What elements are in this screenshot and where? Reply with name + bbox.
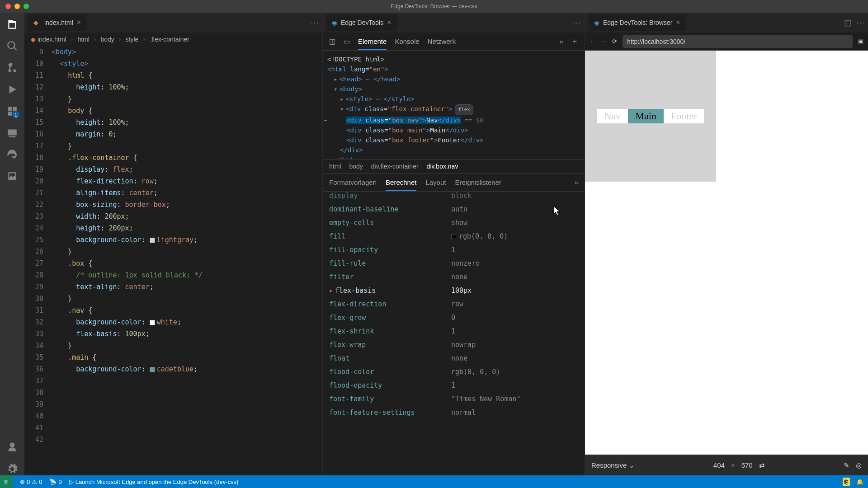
breadcrumb-item[interactable]: body: [101, 36, 114, 43]
images-icon[interactable]: [6, 170, 19, 183]
tab-label: Edge DevTools: Browser: [603, 19, 672, 26]
dom-crumb[interactable]: body: [349, 163, 363, 170]
edge-devtools-icon[interactable]: [6, 148, 19, 161]
close-window-button[interactable]: [5, 4, 11, 9]
computed-row[interactable]: font-feature-settingsnormal: [329, 406, 578, 419]
rendered-row: Nav Main Footer: [597, 109, 704, 123]
more-tabs-icon[interactable]: »: [560, 38, 563, 45]
emulate-icon[interactable]: ◎: [856, 461, 862, 469]
dom-crumb[interactable]: html: [329, 163, 341, 170]
status-launch-message[interactable]: ▷Launch Microsoft Edge and open the Edge…: [69, 479, 239, 485]
tab-elements[interactable]: Elemente: [358, 38, 387, 50]
remote-explorer-icon[interactable]: [6, 127, 19, 139]
computed-row[interactable]: filternone: [329, 270, 578, 284]
computed-row[interactable]: flex-grow0: [329, 311, 578, 324]
minimize-window-button[interactable]: [14, 4, 20, 9]
url-bar[interactable]: http://localhost:3000/: [623, 35, 853, 48]
edge-icon: ◉: [332, 19, 337, 26]
browser-viewport[interactable]: Nav Main Footer: [585, 51, 868, 455]
close-tab-icon[interactable]: ×: [676, 19, 680, 27]
reload-icon[interactable]: ⟳: [612, 38, 617, 45]
screenshot-icon[interactable]: ✎: [844, 461, 849, 469]
back-icon[interactable]: ←: [590, 38, 595, 45]
computed-row[interactable]: empty-cellsshow: [329, 216, 578, 230]
tab-edge-devtools[interactable]: ◉ Edge DevTools ×: [326, 14, 397, 31]
workbench: 1 ◆ index.html × ⋯ ◆ index.html›html›bod…: [0, 13, 868, 475]
breadcrumb-item[interactable]: html: [77, 36, 89, 43]
dom-crumb[interactable]: div.box.nav: [427, 163, 458, 170]
sub-tab[interactable]: Layout: [425, 178, 446, 186]
viewport-width[interactable]: 404: [713, 461, 725, 469]
styles-sub-tabs: FormatvorlagenBerechnetLayoutEreignislis…: [323, 174, 585, 192]
editor-overflow-icon[interactable]: ⋯: [311, 18, 319, 28]
warning-count: 0: [39, 479, 42, 485]
code-editor[interactable]: 9101112131415161718192021222324252627282…: [24, 46, 322, 475]
settings-gear-icon[interactable]: [6, 463, 19, 475]
device-preset[interactable]: Responsive ⌄: [591, 461, 635, 469]
breadcrumb-item[interactable]: ◆ index.html: [31, 36, 66, 43]
source-control-icon[interactable]: [6, 61, 19, 74]
status-ports[interactable]: 📡0: [49, 479, 61, 485]
status-prettier-icon[interactable]: ⎘: [843, 478, 850, 486]
status-notifications-icon[interactable]: 🔔: [856, 479, 863, 485]
forward-icon[interactable]: →: [601, 38, 607, 45]
more-icon[interactable]: »: [575, 178, 578, 186]
close-tab-icon[interactable]: ×: [77, 19, 81, 27]
computed-row[interactable]: flex-shrink1: [329, 324, 578, 338]
add-tab-icon[interactable]: ＋: [571, 37, 578, 46]
explorer-icon[interactable]: [6, 18, 19, 31]
rotate-icon[interactable]: ⇄: [759, 461, 765, 469]
computed-row[interactable]: flex-wrapnowrap: [329, 338, 578, 352]
viewport-height[interactable]: 570: [741, 461, 753, 469]
remote-icon: ⎘: [5, 479, 8, 485]
window-title: Edge DevTools: Browser — dev-css: [391, 3, 477, 9]
computed-row[interactable]: displayblock: [329, 193, 578, 202]
devtools-inspect-icon[interactable]: ▣: [858, 38, 863, 45]
dom-crumb[interactable]: div.flex-container: [371, 163, 419, 170]
remote-indicator[interactable]: ⎘: [0, 475, 13, 488]
computed-row[interactable]: font-family"Times New Roman": [329, 392, 578, 406]
close-tab-icon[interactable]: ×: [387, 19, 391, 27]
editor-overflow-icon[interactable]: ⋯: [856, 18, 864, 28]
play-icon: ▷: [69, 479, 74, 485]
computed-row[interactable]: floatnone: [329, 352, 578, 365]
accounts-icon[interactable]: [6, 441, 19, 454]
computed-row[interactable]: flex-directionrow: [329, 297, 578, 311]
editor-overflow-icon[interactable]: ⋯: [573, 18, 581, 28]
computed-row[interactable]: fill-opacity1: [329, 243, 578, 257]
sub-tab[interactable]: Formatvorlagen: [329, 178, 377, 186]
computed-styles-panel[interactable]: displayblockdominant-baselineautoempty-c…: [323, 192, 585, 475]
computed-row[interactable]: fill-rulenonzero: [329, 257, 578, 270]
breadcrumbs[interactable]: ◆ index.html›html›body›style›.flex-conta…: [24, 33, 322, 46]
dom-tree[interactable]: <!DOCTYPE html> <html lang="en"> ▸<head>…: [323, 51, 585, 159]
rendered-nav-box: Nav: [597, 109, 628, 123]
computed-row[interactable]: flood-opacity1: [329, 379, 578, 392]
dom-breadcrumbs[interactable]: htmlbodydiv.flex-containerdiv.box.nav: [323, 159, 585, 174]
run-debug-icon[interactable]: [6, 83, 19, 96]
breadcrumb-item[interactable]: .flex-container: [150, 36, 189, 43]
html-file-icon: ◆: [33, 19, 41, 26]
split-editor-icon[interactable]: ◫: [844, 18, 852, 28]
tab-console[interactable]: Konsole: [395, 38, 419, 45]
status-errors[interactable]: ⊗0 ⚠0: [20, 479, 42, 485]
extensions-icon[interactable]: 1: [6, 105, 19, 117]
tab-network[interactable]: Netzwerk: [428, 38, 456, 45]
sub-tab[interactable]: Berechnet: [386, 178, 416, 191]
inspect-icon[interactable]: ◫: [329, 38, 335, 46]
tab-edge-browser[interactable]: ◉ Edge DevTools: Browser ×: [589, 14, 686, 31]
computed-row[interactable]: ▸flex-basis100px: [329, 284, 578, 297]
zoom-window-button[interactable]: [24, 4, 29, 9]
code-content[interactable]: <body> <style> html { height: 100%; } bo…: [52, 46, 322, 475]
port-count: 0: [58, 479, 61, 485]
browser-tab-bar: ◉ Edge DevTools: Browser × ◫ ⋯: [585, 13, 868, 33]
computed-row[interactable]: dominant-baselineauto: [329, 202, 578, 216]
device-toggle-icon[interactable]: ▭: [344, 38, 350, 46]
device-toolbar: Responsive ⌄ 404 × 570 ⇄ ✎ ◎: [585, 455, 868, 475]
times-icon: ×: [731, 461, 735, 469]
sub-tab[interactable]: Ereignislistener: [455, 178, 501, 186]
breadcrumb-item[interactable]: style: [126, 36, 139, 43]
tab-index-html[interactable]: ◆ index.html ×: [28, 14, 86, 31]
computed-row[interactable]: flood-colorrgb(0, 0, 0): [329, 365, 578, 379]
computed-row[interactable]: fillrgb(0, 0, 0): [329, 230, 578, 243]
search-icon[interactable]: [6, 40, 19, 52]
